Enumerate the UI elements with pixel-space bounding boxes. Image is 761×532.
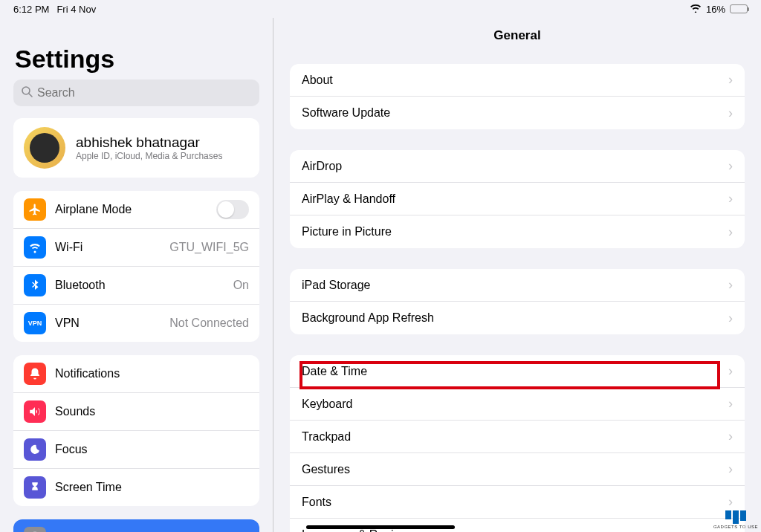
- sidebar-item-bluetooth[interactable]: Bluetooth On: [13, 267, 259, 305]
- item-label: About: [302, 74, 728, 87]
- sidebar-group-connectivity: Airplane Mode Wi-Fi GTU_WIFI_5G Bluetoot…: [13, 191, 259, 342]
- general-item-pip[interactable]: Picture in Picture ›: [290, 215, 745, 248]
- sidebar-item-notifications[interactable]: Notifications: [13, 355, 259, 393]
- item-label: Background App Refresh: [302, 311, 728, 325]
- item-label: AirPlay & Handoff: [302, 192, 728, 206]
- chevron-right-icon: ›: [728, 311, 733, 326]
- airplane-icon: [24, 198, 46, 221]
- sidebar-item-label: Notifications: [55, 367, 249, 380]
- sidebar-group-notifications: Notifications Sounds Focus Screen Time: [13, 355, 259, 506]
- home-indicator[interactable]: [306, 525, 455, 529]
- sidebar-item-sounds[interactable]: Sounds: [13, 393, 259, 431]
- chevron-right-icon: ›: [728, 72, 733, 88]
- sidebar-item-label: Wi-Fi: [55, 241, 169, 254]
- status-time: 6:12 PM: [13, 4, 49, 15]
- chevron-right-icon: ›: [728, 494, 733, 510]
- general-item-airplay[interactable]: AirPlay & Handoff ›: [290, 183, 745, 215]
- settings-sidebar: Settings abhishek bhatnagar Apple ID, iC…: [0, 18, 273, 532]
- sidebar-item-wifi[interactable]: Wi-Fi GTU_WIFI_5G: [13, 229, 259, 267]
- item-label: iPad Storage: [302, 279, 728, 292]
- item-label: Keyboard: [302, 398, 728, 411]
- general-group-sharing: AirDrop › AirPlay & Handoff › Picture in…: [290, 150, 745, 248]
- sidebar-item-screentime[interactable]: Screen Time: [13, 469, 259, 506]
- item-label: AirDrop: [302, 160, 728, 173]
- chevron-right-icon: ›: [728, 277, 733, 293]
- chevron-right-icon: ›: [728, 363, 733, 379]
- status-date: Fri 4 Nov: [56, 4, 96, 15]
- focus-icon: [24, 438, 46, 461]
- wifi-icon: [24, 236, 46, 259]
- avatar: [24, 127, 65, 169]
- airplane-toggle[interactable]: [216, 200, 249, 219]
- sidebar-item-label: Sounds: [55, 405, 249, 418]
- general-item-gestures[interactable]: Gestures ›: [290, 453, 745, 486]
- status-bar: 6:12 PM Fri 4 Nov 16%: [0, 0, 761, 18]
- watermark: GADGETS TO USE: [713, 510, 758, 529]
- general-item-software-update[interactable]: Software Update ›: [290, 97, 745, 129]
- general-group-about: About › Software Update ›: [290, 64, 745, 129]
- battery-pct: 16%: [706, 4, 725, 15]
- search-icon: [21, 85, 33, 100]
- sidebar-item-label: VPN: [55, 317, 169, 330]
- chevron-right-icon: ›: [728, 158, 733, 174]
- general-item-about[interactable]: About ›: [290, 64, 745, 97]
- item-label: Software Update: [302, 106, 728, 120]
- chevron-right-icon: ›: [728, 396, 733, 412]
- battery-icon: [730, 4, 748, 13]
- svg-line-1: [29, 94, 32, 97]
- page-title: Settings: [15, 45, 259, 74]
- wifi-value: GTU_WIFI_5G: [169, 241, 249, 254]
- general-item-trackpad[interactable]: Trackpad ›: [290, 421, 745, 453]
- item-label: Gestures: [302, 463, 728, 476]
- sidebar-item-label: Focus: [55, 443, 249, 456]
- item-label: Fonts: [302, 496, 728, 509]
- general-group-input: Date & Time › Keyboard › Trackpad › Gest…: [290, 355, 745, 532]
- sidebar-item-label: Screen Time: [55, 481, 249, 494]
- sidebar-item-airplane-mode[interactable]: Airplane Mode: [13, 191, 259, 229]
- item-label: Picture in Picture: [302, 225, 728, 239]
- chevron-right-icon: ›: [728, 461, 733, 477]
- general-item-bg-refresh[interactable]: Background App Refresh ›: [290, 302, 745, 334]
- wifi-icon: [690, 4, 702, 15]
- general-item-datetime[interactable]: Date & Time ›: [290, 355, 745, 388]
- vpn-value: Not Connected: [169, 317, 249, 330]
- bluetooth-icon: [24, 274, 46, 296]
- chevron-right-icon: ›: [728, 224, 733, 240]
- profile-name: abhishek bhatnagar: [76, 134, 222, 151]
- sidebar-item-general[interactable]: General: [13, 519, 259, 532]
- general-icon: [24, 527, 46, 532]
- bluetooth-value: On: [233, 279, 249, 292]
- item-label: Date & Time: [302, 365, 728, 378]
- sidebar-item-focus[interactable]: Focus: [13, 431, 259, 469]
- sidebar-item-vpn[interactable]: VPN VPN Not Connected: [13, 305, 259, 342]
- general-item-storage[interactable]: iPad Storage ›: [290, 269, 745, 302]
- sidebar-group-general: General Control Centre AA Display & Brig…: [13, 519, 259, 532]
- profile-subtitle: Apple ID, iCloud, Media & Purchases: [76, 151, 222, 161]
- general-item-keyboard[interactable]: Keyboard ›: [290, 388, 745, 421]
- content-header: General: [273, 28, 761, 43]
- search-box[interactable]: [13, 80, 259, 106]
- chevron-right-icon: ›: [728, 106, 733, 121]
- screentime-icon: [24, 476, 46, 499]
- chevron-right-icon: ›: [728, 429, 733, 444]
- general-group-storage: iPad Storage › Background App Refresh ›: [290, 269, 745, 334]
- content-pane: General About › Software Update › AirDro…: [273, 18, 761, 532]
- search-input[interactable]: [37, 86, 252, 100]
- sounds-icon: [24, 400, 46, 423]
- general-item-fonts[interactable]: Fonts ›: [290, 486, 745, 519]
- profile-card[interactable]: abhishek bhatnagar Apple ID, iCloud, Med…: [13, 118, 259, 178]
- sidebar-item-label: Airplane Mode: [55, 203, 216, 216]
- notifications-icon: [24, 363, 46, 385]
- chevron-right-icon: ›: [728, 191, 733, 207]
- item-label: Trackpad: [302, 430, 728, 444]
- general-item-airdrop[interactable]: AirDrop ›: [290, 150, 745, 183]
- sidebar-item-label: Bluetooth: [55, 279, 233, 292]
- vpn-icon: VPN: [24, 312, 46, 334]
